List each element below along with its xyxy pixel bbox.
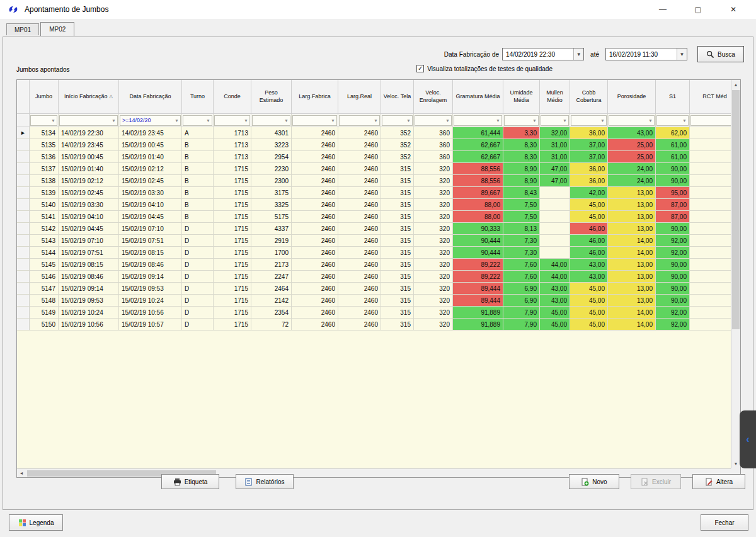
filter-cell-mullen[interactable]: ▼ (540, 114, 570, 127)
table-row[interactable]: 514015/02/19 03:3015/02/19 04:10B1715332… (17, 199, 731, 211)
date-to-input[interactable]: 16/02/2019 11:30 ▼ (605, 48, 687, 60)
column-header-rct[interactable]: RCT Méd (690, 80, 731, 114)
vertical-scrollbar[interactable]: ▲ ▼ (731, 80, 740, 468)
filter-cell-s1[interactable]: ▼ (656, 114, 690, 127)
relatorios-button[interactable]: Relatórios (236, 474, 294, 489)
column-header-larg_real[interactable]: Larg.Real (338, 80, 381, 114)
chevron-down-icon[interactable]: ▼ (573, 48, 583, 60)
table-row[interactable]: 513715/02/19 01:4015/02/19 02:12B1715223… (17, 163, 731, 175)
filter-combo-gramatura[interactable]: ▼ (454, 115, 502, 126)
filter-cell-porosidade[interactable]: ▼ (608, 114, 656, 127)
chevron-down-icon[interactable]: ▼ (374, 118, 379, 123)
filter-cell-conde[interactable]: ▼ (214, 114, 251, 127)
column-header-vel_tela[interactable]: Veloc. Tela (381, 80, 414, 114)
filter-combo-larg_real[interactable]: ▼ (339, 115, 380, 126)
table-row[interactable]: 513915/02/19 02:4515/02/19 03:30B1715317… (17, 187, 731, 199)
chevron-down-icon[interactable]: ▼ (648, 118, 654, 123)
side-panel-flyout[interactable]: ‹ (740, 410, 756, 468)
table-row[interactable]: 514715/02/19 09:1415/02/19 09:53D1715246… (17, 283, 731, 295)
filter-combo-vel_enr[interactable]: ▼ (415, 115, 452, 126)
chevron-down-icon[interactable]: ▼ (677, 48, 687, 60)
date-from-input[interactable]: 14/02/2019 22:30 ▼ (502, 48, 584, 60)
table-row[interactable]: 513615/02/19 00:4515/02/19 01:40B1713295… (17, 151, 731, 163)
filter-combo-porosidade[interactable]: ▼ (609, 115, 655, 126)
filter-combo-vel_tela[interactable]: ▼ (382, 115, 413, 126)
tab-mp01[interactable]: MP01 (6, 23, 39, 35)
filter-combo-umidade[interactable]: ▼ (504, 115, 539, 126)
table-row[interactable]: 514115/02/19 04:1015/02/19 04:45B1715517… (17, 211, 731, 223)
table-row[interactable]: 513514/02/19 23:4515/02/19 00:45B1713322… (17, 139, 731, 151)
table-row[interactable]: 514615/02/19 08:4615/02/19 09:14D1715224… (17, 271, 731, 283)
column-header-porosidade[interactable]: Porosidade (608, 80, 656, 114)
chevron-down-icon[interactable]: ▼ (331, 118, 336, 123)
column-header-inicio[interactable]: Início Fabricação△ (59, 80, 119, 114)
excluir-button[interactable]: Excluir (631, 474, 681, 489)
filter-cell-turno[interactable]: ▼ (182, 114, 214, 127)
filter-cell-data_fab[interactable]: >=14/02/20▼ (119, 114, 182, 127)
column-header-peso[interactable]: Peso Estimado (251, 80, 292, 114)
table-row[interactable]: 514815/02/19 09:5315/02/19 10:24D1715214… (17, 295, 731, 307)
scroll-down-icon[interactable]: ▼ (731, 459, 740, 468)
chevron-down-icon[interactable]: ▼ (206, 118, 212, 123)
busca-button[interactable]: Busca (697, 46, 744, 62)
column-header-mullen[interactable]: Mullen Médio (540, 80, 570, 114)
column-header-gramatura[interactable]: Gramatura Média (453, 80, 503, 114)
etiqueta-button[interactable]: Etiqueta (161, 474, 219, 489)
quality-totals-checkbox[interactable]: ✓ (416, 65, 424, 72)
chevron-down-icon[interactable]: ▼ (175, 118, 180, 123)
chevron-down-icon[interactable]: ▼ (112, 118, 117, 123)
filter-cell-jumbo[interactable]: ▼ (30, 114, 59, 127)
filter-combo-inicio[interactable]: ▼ (59, 115, 118, 126)
filter-cell-umidade[interactable]: ▼ (503, 114, 540, 127)
table-row[interactable]: 514515/02/19 08:1515/02/19 08:46D1715217… (17, 259, 731, 271)
filter-combo-rct[interactable]: ▼ (690, 115, 731, 126)
chevron-down-icon[interactable]: ▼ (532, 118, 538, 123)
vertical-scroll-thumb[interactable] (732, 90, 740, 329)
chevron-down-icon[interactable]: ▼ (682, 118, 688, 123)
filter-combo-conde[interactable]: ▼ (214, 115, 250, 126)
table-row[interactable]: 514415/02/19 07:5115/02/19 08:15D1715170… (17, 247, 731, 259)
filter-combo-mullen[interactable]: ▼ (541, 115, 569, 126)
column-header-conde[interactable]: Conde (214, 80, 251, 114)
filter-cell-peso[interactable]: ▼ (251, 114, 292, 127)
filter-combo-jumbo[interactable]: ▼ (30, 115, 57, 126)
column-header-turno[interactable]: Turno (182, 80, 214, 114)
filter-cell-vel_enr[interactable]: ▼ (414, 114, 453, 127)
table-row[interactable]: 514315/02/19 07:1015/02/19 07:51D1715291… (17, 235, 731, 247)
fechar-button[interactable]: Fechar (701, 514, 748, 531)
tab-mp02[interactable]: MP02 (40, 22, 74, 36)
chevron-down-icon[interactable]: ▼ (244, 118, 249, 123)
legenda-button[interactable]: Legenda (9, 514, 63, 531)
filter-combo-larg_fab[interactable]: ▼ (292, 115, 337, 126)
column-header-jumbo[interactable]: Jumbo (30, 80, 59, 114)
filter-combo-peso[interactable]: ▼ (252, 115, 290, 126)
column-header-umidade[interactable]: Umidade Média (503, 80, 540, 114)
column-header-larg_fab[interactable]: Larg.Fabrica (292, 80, 338, 114)
chevron-down-icon[interactable]: ▼ (284, 118, 290, 123)
filter-cell-rct[interactable]: ▼ (690, 114, 731, 127)
column-header-vel_enr[interactable]: Veloc. Enrolagem (414, 80, 453, 114)
filter-combo-turno[interactable]: ▼ (183, 115, 212, 126)
filter-cell-cobb[interactable]: ▼ (570, 114, 608, 127)
table-row[interactable]: ►513414/02/19 22:3014/02/19 23:45A171343… (17, 127, 731, 139)
column-header-cobb[interactable]: Cobb Cobertura (570, 80, 608, 114)
filter-cell-larg_fab[interactable]: ▼ (292, 114, 338, 127)
altera-button[interactable]: Altera (692, 474, 745, 489)
filter-combo-data_fab[interactable]: >=14/02/20▼ (120, 115, 181, 126)
chevron-down-icon[interactable]: ▼ (563, 118, 568, 123)
filter-cell-inicio[interactable]: ▼ (59, 114, 119, 127)
scroll-up-icon[interactable]: ▲ (731, 80, 740, 89)
minimize-icon[interactable]: — (645, 0, 680, 19)
filter-combo-s1[interactable]: ▼ (656, 115, 689, 126)
table-row[interactable]: 514915/02/19 10:2415/02/19 10:56D1715235… (17, 307, 731, 319)
filter-combo-cobb[interactable]: ▼ (571, 115, 607, 126)
filter-cell-larg_real[interactable]: ▼ (338, 114, 381, 127)
table-row[interactable]: 514215/02/19 04:4515/02/19 07:10D1715433… (17, 223, 731, 235)
filter-cell-gramatura[interactable]: ▼ (453, 114, 503, 127)
column-header-s1[interactable]: S1 (656, 80, 690, 114)
chevron-down-icon[interactable]: ▼ (445, 118, 451, 123)
chevron-down-icon[interactable]: ▼ (600, 118, 606, 123)
chevron-down-icon[interactable]: ▼ (406, 118, 412, 123)
chevron-down-icon[interactable]: ▼ (496, 118, 501, 123)
table-row[interactable]: 515015/02/19 10:5615/02/19 10:57D1715722… (17, 319, 731, 331)
